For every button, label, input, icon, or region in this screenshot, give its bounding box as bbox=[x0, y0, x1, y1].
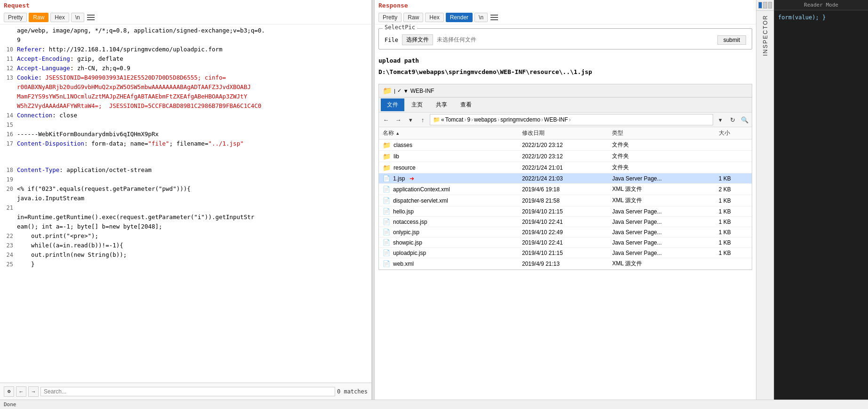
line-text: Referer: http://192.168.1.104/springmvcd… bbox=[17, 45, 368, 55]
response-pretty-btn[interactable]: Pretty bbox=[378, 13, 402, 22]
response-render-btn[interactable]: Render bbox=[446, 13, 473, 22]
line-number: 19 bbox=[4, 175, 17, 185]
request-raw-btn[interactable]: Raw bbox=[29, 13, 48, 22]
nav-search-btn[interactable]: 🔍 bbox=[739, 115, 750, 125]
xml-icon: 📄 bbox=[383, 197, 390, 204]
nav-forward-btn[interactable]: → bbox=[393, 115, 403, 125]
inspector-sidebar: INSPECTOR bbox=[756, 0, 774, 400]
tab-file[interactable]: 文件 bbox=[381, 98, 404, 111]
line-text: } bbox=[17, 260, 368, 270]
line-number bbox=[4, 26, 17, 36]
table-row[interactable]: 📄 applicationContext.xml 2019/4/6 19:18 … bbox=[379, 184, 752, 195]
line-number: 23 bbox=[4, 241, 17, 251]
nav-back-btn[interactable]: ← bbox=[381, 115, 391, 125]
file-name: uploadpic.jsp bbox=[393, 250, 426, 256]
table-row[interactable]: 📁 classes 2022/1/20 23:12 文件夹 bbox=[379, 139, 752, 151]
file-size: 2 KB bbox=[715, 184, 752, 195]
file-size: 1 KB bbox=[715, 173, 752, 184]
nav-refresh-btn[interactable]: ↻ bbox=[727, 115, 738, 125]
editor-code: form(value); } bbox=[774, 10, 868, 25]
file-date: 2019/4/10 21:15 bbox=[518, 206, 609, 217]
file-name-cell: 📁 classes bbox=[379, 139, 518, 151]
line-number bbox=[4, 83, 17, 92]
file-icon: 📄 bbox=[383, 249, 390, 256]
line-number: 20 bbox=[4, 185, 17, 194]
request-hex-btn[interactable]: Hex bbox=[50, 13, 69, 22]
table-row[interactable]: 📄 uploadpic.jsp 2019/4/10 21:15 Java Ser… bbox=[379, 248, 752, 258]
response-raw-btn[interactable]: Raw bbox=[403, 13, 423, 22]
file-size bbox=[715, 258, 752, 270]
line-text: java.io.InputStream bbox=[17, 194, 368, 204]
tab-view[interactable]: 查看 bbox=[454, 98, 478, 111]
line-text: while((a=in.read(b))!=-1){ bbox=[17, 241, 368, 251]
line-text: out.print("<pre>"); bbox=[17, 232, 368, 241]
table-row[interactable]: 📁 resource 2022/1/24 21:01 文件夹 bbox=[379, 162, 752, 173]
table-row[interactable]: 📄 1.jsp ➜ 2022/1/24 21:03 Java Server Pa… bbox=[379, 173, 752, 184]
file-name-cell: 📄 1.jsp ➜ bbox=[379, 173, 518, 184]
code-line: 13 Cookie: JSESSIONID=B490903993A1E2E552… bbox=[0, 74, 371, 83]
sidebar-btn-3[interactable] bbox=[768, 2, 772, 8]
code-line: 15 bbox=[0, 121, 371, 130]
xml-icon: 📄 bbox=[383, 260, 390, 267]
request-pretty-btn[interactable]: Pretty bbox=[4, 13, 27, 22]
code-line: r00ABXNyABRjb20udG9vbHMuQ2xpZW5OSW5mbwAA… bbox=[0, 83, 371, 92]
response-newline-btn[interactable]: \n bbox=[474, 13, 488, 22]
file-name-cell: 📄 onlypic.jsp bbox=[379, 227, 518, 237]
file-label: File bbox=[385, 37, 398, 43]
line-text: MamF2YS9sYW5nL1NOcmluZztMAJpZHEAfgABTAAE… bbox=[17, 92, 368, 102]
tab-home[interactable]: 主页 bbox=[405, 98, 429, 111]
status-text: Done bbox=[4, 401, 16, 408]
file-input-row: File 选择文件 未选择任何文件 submit bbox=[385, 34, 746, 45]
table-row[interactable]: 📄 dispatcher-servlet.xml 2019/4/8 21:58 … bbox=[379, 195, 752, 206]
sidebar-btn-1[interactable] bbox=[758, 2, 762, 8]
file-name-cell: 📄 dispatcher-servlet.xml bbox=[379, 195, 518, 206]
table-row[interactable]: 📄 notaccess.jsp 2019/4/10 22:41 Java Ser… bbox=[379, 217, 752, 227]
nav-dropdown-btn[interactable]: ▾ bbox=[405, 115, 416, 125]
sidebar-btn-2[interactable] bbox=[763, 2, 767, 8]
request-menu-btn[interactable] bbox=[86, 14, 96, 21]
nav-up-btn[interactable]: ↑ bbox=[418, 115, 428, 125]
code-line: java.io.InputStream bbox=[0, 194, 371, 204]
file-icon: 📄 bbox=[383, 229, 390, 236]
request-newline-btn[interactable]: \n bbox=[71, 13, 84, 22]
search-input[interactable] bbox=[40, 387, 335, 396]
response-hex-btn[interactable]: Hex bbox=[425, 13, 443, 22]
table-row[interactable]: 📄 web.xml 2019/4/9 21:13 XML 源文件 bbox=[379, 258, 752, 270]
table-row[interactable]: 📄 showpic.jsp 2019/4/10 22:41 Java Serve… bbox=[379, 237, 752, 248]
file-size bbox=[715, 139, 752, 151]
settings-icon[interactable]: ⚙ bbox=[4, 386, 14, 397]
check-icon: ✓ bbox=[397, 88, 402, 94]
line-number bbox=[4, 222, 17, 232]
file-name: resource bbox=[394, 164, 416, 171]
submit-btn[interactable]: submit bbox=[717, 35, 746, 45]
request-title: Request bbox=[0, 0, 371, 11]
file-name-cell: 📁 resource bbox=[379, 162, 518, 173]
code-line: 17 Content-Disposition: form-data; name=… bbox=[0, 139, 371, 166]
table-row[interactable]: 📁 lib 2022/1/20 23:12 文件夹 bbox=[379, 151, 752, 162]
response-content: SelectPic File 选择文件 未选择任何文件 submit uploa… bbox=[375, 25, 756, 400]
breadcrumb-9: 9 bbox=[467, 116, 470, 123]
matches-count: 0 matches bbox=[337, 388, 368, 395]
line-number bbox=[4, 102, 17, 111]
selectpic-legend: SelectPic bbox=[383, 25, 417, 31]
file-type: 文件夹 bbox=[608, 151, 715, 162]
next-match-btn[interactable]: → bbox=[28, 386, 39, 397]
file-name-cell: 📄 web.xml bbox=[379, 258, 518, 270]
prev-match-btn[interactable]: ← bbox=[16, 386, 26, 397]
line-text: age/webp, image/apng, */*;q=0.8, applica… bbox=[17, 26, 368, 36]
line-number: 22 bbox=[4, 232, 17, 241]
code-line: 22 out.print("<pre>"); bbox=[0, 232, 371, 241]
line-number: 11 bbox=[4, 55, 17, 64]
line-number bbox=[4, 36, 17, 45]
arrow-icon: ➜ bbox=[410, 175, 414, 182]
table-row[interactable]: 📄 onlypic.jsp 2019/4/10 22:49 Java Serve… bbox=[379, 227, 752, 237]
line-text: <% if("023".equals(request.getParameter(… bbox=[17, 185, 368, 194]
choose-file-btn[interactable]: 选择文件 bbox=[402, 34, 433, 45]
response-menu-btn[interactable] bbox=[490, 14, 499, 21]
file-type: Java Server Page... bbox=[608, 227, 715, 237]
table-row[interactable]: 📄 hello.jsp 2019/4/10 21:15 Java Server … bbox=[379, 206, 752, 217]
tab-share[interactable]: 共享 bbox=[430, 98, 453, 111]
nav-dropdown2-btn[interactable]: ▾ bbox=[715, 115, 725, 125]
file-name: classes bbox=[394, 142, 412, 148]
folder-icon: 📁 bbox=[383, 141, 391, 149]
